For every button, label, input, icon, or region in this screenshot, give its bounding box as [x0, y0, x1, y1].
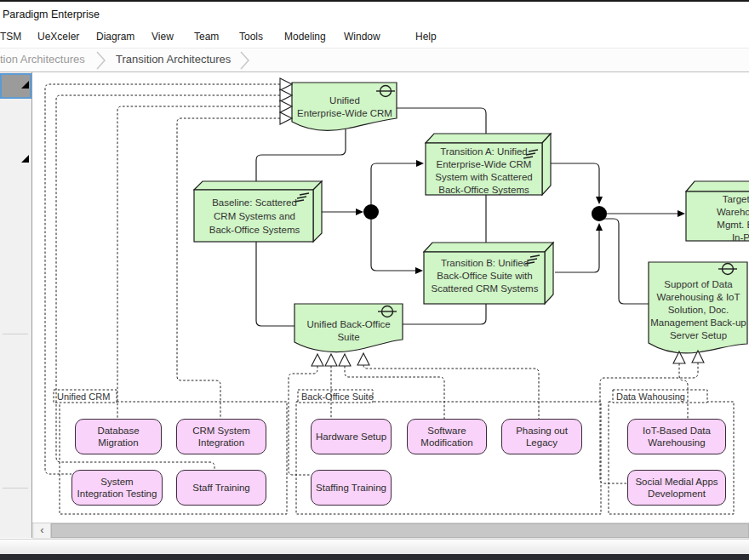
group-label: Data Wahousing [616, 391, 685, 402]
work-package-system-integration-testing[interactable]: System Integration Testing [71, 470, 163, 506]
work-package-iot-data-warehousing[interactable]: IoT-Based Data Warehousing [627, 419, 726, 454]
horizontal-scrollbar[interactable]: ‹ [32, 523, 749, 539]
work-package-label: IoT-Based Data Warehousing [643, 425, 711, 449]
work-package-crm-system-integration[interactable]: CRM System Integration [176, 419, 266, 454]
work-package-hardware-setup[interactable]: Hardware Setup [311, 419, 392, 454]
bottom-edge [0, 554, 749, 560]
junction-split[interactable] [363, 204, 379, 220]
work-package-label: Database Migration [97, 425, 139, 449]
work-package-label: Staff Training [192, 482, 250, 494]
deliverable-label: Unified Enterprise-Wide CRM [294, 94, 396, 120]
plateau-label: Transition B: Unified Back-Office Suite … [425, 257, 545, 295]
app-window: Paradigm Enterprise TSM UeXceler Diagram… [0, 0, 749, 560]
plateau-label: Baseline: Scattered CRM Systems and Back… [196, 196, 313, 237]
work-package-label: Software Modification [420, 425, 472, 449]
scrollbar-thumb[interactable] [51, 523, 749, 538]
deliverable-label: Unified Back-Office Suite [295, 318, 402, 344]
work-package-label: CRM System Integration [192, 425, 250, 449]
work-package-software-modification[interactable]: Software Modification [407, 419, 487, 454]
work-package-phasing-out-legacy[interactable]: Phasing out Legacy [501, 419, 582, 454]
plateau-label: Target: CRM Warehousing & Mgmt. Back-up … [686, 193, 749, 244]
work-package-label: Phasing out Legacy [516, 425, 568, 449]
deliverable-label: Support of Data Warehousing & IoT Soluti… [650, 278, 746, 342]
work-package-label: System Integration Testing [77, 476, 157, 500]
scroll-left-icon: ‹ [40, 523, 43, 536]
work-package-database-migration[interactable]: Database Migration [75, 419, 162, 454]
junction-merge[interactable] [592, 206, 607, 221]
work-package-label: Hardware Setup [316, 431, 386, 443]
work-package-social-media-apps[interactable]: Social Medial Apps Development [627, 470, 726, 506]
work-package-label: Staffing Training [316, 482, 386, 494]
work-package-staffing-training[interactable]: Staffing Training [311, 470, 392, 506]
work-package-staff-training[interactable]: Staff Training [176, 470, 266, 506]
status-bar [0, 539, 749, 555]
group-label: Unified CRM [57, 391, 110, 402]
plateau-label: Transition A: Unified Enterprise-Wide CR… [426, 146, 541, 197]
scroll-left-button[interactable]: ‹ [34, 523, 51, 538]
work-package-label: Social Medial Apps Development [635, 476, 718, 500]
group-label: Back-Office Suite [301, 391, 374, 402]
